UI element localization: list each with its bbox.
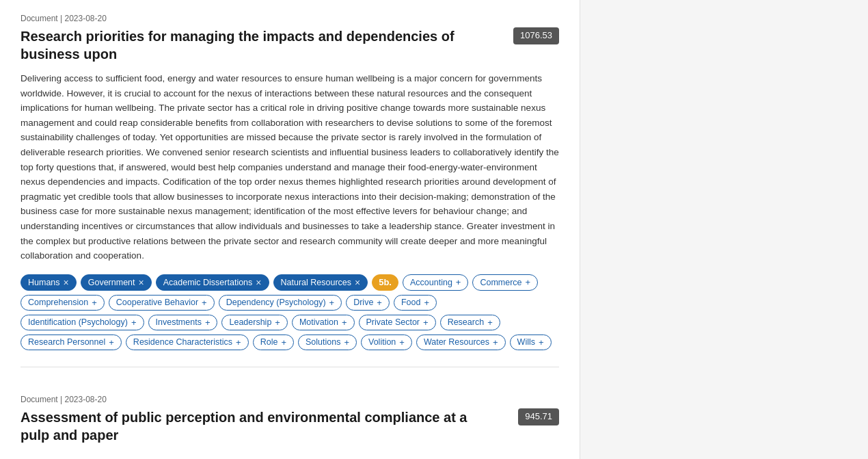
tag-remove-icon[interactable]: ×	[256, 277, 261, 288]
tag-item[interactable]: Cooperative Behavior+	[109, 295, 215, 311]
tag-item[interactable]: Drive+	[346, 295, 390, 311]
tag-item[interactable]: Comprehension+	[21, 295, 105, 311]
tag-item[interactable]: Accounting+	[403, 274, 468, 291]
doc-separator	[21, 367, 559, 367]
tag-item[interactable]: Humans×	[21, 274, 77, 291]
tag-label: Commerce	[480, 278, 521, 287]
tag-item[interactable]: Natural Resources×	[273, 274, 368, 291]
tag-item[interactable]: Motivation+	[292, 315, 355, 330]
tag-label: Natural Resources	[281, 278, 352, 287]
tag-item[interactable]: Private Sector+	[359, 315, 436, 330]
tag-label: Role	[260, 337, 278, 347]
tag-label: Drive	[353, 298, 373, 307]
tag-add-icon[interactable]: +	[377, 298, 382, 308]
tag-item[interactable]: Research+	[440, 315, 500, 330]
tag-add-icon[interactable]: +	[493, 337, 498, 347]
tag-label: Identification (Psychology)	[28, 317, 128, 327]
tag-item[interactable]: Investments+	[148, 315, 218, 330]
tag-item[interactable]: Government×	[81, 274, 152, 291]
tag-item[interactable]: Volition+	[361, 335, 412, 350]
doc-meta-2: Document | 2023-08-20	[21, 395, 559, 404]
doc-title-text-2[interactable]: Assessment of public perception and envi…	[21, 408, 485, 444]
tag-add-icon[interactable]: +	[487, 317, 493, 328]
tag-label: Humans	[28, 278, 60, 287]
tag-label: Motivation	[299, 317, 338, 327]
tag-item[interactable]: Academic Dissertations×	[156, 274, 269, 291]
tag-label: Dependency (Psychology)	[226, 298, 326, 307]
main-content: Document | 2023-08-20 Research prioritie…	[0, 0, 580, 459]
tag-add-icon[interactable]: +	[423, 317, 429, 328]
tag-add-icon[interactable]: +	[275, 317, 280, 328]
tag-label: Research Personnel	[28, 337, 105, 347]
tag-label: Investments	[156, 317, 202, 327]
tag-label: Cooperative Behavior	[116, 298, 198, 307]
score-badge-2: 945.71	[518, 408, 559, 425]
document-2: Document | 2023-08-20 Assessment of publ…	[21, 395, 559, 444]
tag-label: Wills	[517, 337, 535, 347]
doc-meta-1: Document | 2023-08-20	[21, 14, 559, 23]
tag-add-icon[interactable]: +	[456, 277, 461, 287]
tags-container-1: Humans×Government×Academic Dissertations…	[21, 274, 559, 350]
tag-remove-icon[interactable]: ×	[64, 277, 69, 288]
tag-add-icon[interactable]: +	[202, 298, 207, 308]
tag-label: Water Resources	[424, 337, 489, 347]
tag-label: Accounting	[410, 278, 452, 287]
tag-add-icon[interactable]: +	[399, 337, 405, 347]
tag-label: 5b.	[379, 277, 392, 287]
tag-label: Research	[448, 317, 485, 327]
tag-item[interactable]: Identification (Psychology)+	[21, 315, 144, 330]
page-container: Document | 2023-08-20 Research prioritie…	[0, 0, 868, 459]
tag-item[interactable]: Food+	[394, 295, 437, 311]
score-badge-1: 1076.53	[513, 27, 559, 44]
tag-item[interactable]: Role+	[253, 335, 294, 350]
tag-add-icon[interactable]: +	[131, 317, 137, 328]
tag-label: Leadership	[229, 317, 271, 327]
tag-item[interactable]: Leadership+	[221, 315, 287, 330]
tag-item[interactable]: Research Personnel+	[21, 335, 122, 350]
right-panel	[580, 0, 868, 459]
tag-add-icon[interactable]: +	[329, 298, 335, 308]
tag-label: Comprehension	[28, 298, 88, 307]
doc-title-row-2: Assessment of public perception and envi…	[21, 408, 559, 444]
tag-item[interactable]: Commerce+	[472, 274, 538, 291]
tag-add-icon[interactable]: +	[539, 337, 544, 347]
document-1: Document | 2023-08-20 Research prioritie…	[21, 14, 559, 350]
tag-label: Food	[401, 298, 421, 307]
tag-add-icon[interactable]: +	[109, 337, 114, 347]
tag-add-icon[interactable]: +	[236, 337, 241, 347]
tag-add-icon[interactable]: +	[205, 317, 211, 328]
tag-label: Solutions	[306, 337, 340, 347]
tag-label: Academic Dissertations	[163, 278, 253, 287]
tag-item[interactable]: Solutions+	[298, 335, 357, 350]
tag-label: Volition	[368, 337, 396, 347]
tag-item[interactable]: Dependency (Psychology)+	[219, 295, 342, 311]
tag-add-icon[interactable]: +	[344, 337, 349, 347]
tag-add-icon[interactable]: +	[424, 298, 429, 308]
tag-label: Private Sector	[366, 317, 420, 327]
tag-item[interactable]: Wills+	[510, 335, 552, 350]
tag-label: Residence Characteristics	[133, 337, 232, 347]
tag-item[interactable]: Residence Characteristics+	[126, 335, 249, 350]
tag-remove-icon[interactable]: ×	[139, 277, 144, 288]
tag-item[interactable]: Water Resources+	[416, 335, 506, 350]
doc-title-text-1[interactable]: Research priorities for managing the imp…	[21, 27, 485, 63]
tag-item[interactable]: 5b.	[372, 274, 398, 291]
tag-add-icon[interactable]: +	[281, 337, 286, 347]
doc-abstract-1: Delivering access to sufficient food, en…	[21, 71, 559, 263]
doc-title-row-1: Research priorities for managing the imp…	[21, 27, 559, 63]
tag-add-icon[interactable]: +	[342, 317, 347, 328]
tag-add-icon[interactable]: +	[92, 298, 97, 308]
tag-label: Government	[88, 278, 135, 287]
tag-add-icon[interactable]: +	[526, 277, 531, 287]
tag-remove-icon[interactable]: ×	[355, 277, 360, 288]
